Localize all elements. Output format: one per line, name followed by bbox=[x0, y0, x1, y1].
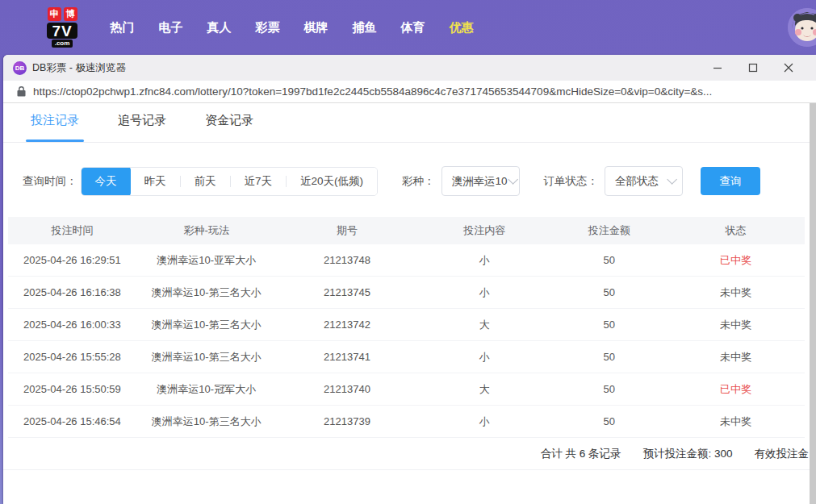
nav-item-lottery[interactable]: 彩票 bbox=[255, 20, 280, 35]
cell-game-play: 澳洲幸运10-亚军大小 bbox=[136, 253, 277, 268]
cell-game-play: 澳洲幸运10-第三名大小 bbox=[136, 350, 277, 364]
time-option-day-before[interactable]: 前天 bbox=[181, 167, 230, 196]
table-row[interactable]: 2025-04-26 15:46:54澳洲幸运10-第三名大小21213739小… bbox=[8, 406, 805, 438]
time-option-last-20[interactable]: 近20天(低频) bbox=[287, 167, 377, 196]
table-row[interactable]: 2025-04-26 16:16:38澳洲幸运10-第三名大小21213745小… bbox=[8, 277, 805, 309]
tab-fund-records[interactable]: 资金记录 bbox=[205, 113, 253, 142]
maximize-button[interactable] bbox=[735, 55, 771, 81]
cell-bet-content: 大 bbox=[417, 382, 551, 397]
site-nav-bar: 申 博 7V .com 热门电子真人彩票棋牌捕鱼体育优惠 bbox=[0, 0, 816, 55]
cell-bet-time: 2025-04-26 16:29:51 bbox=[8, 254, 136, 266]
cell-bet-content: 小 bbox=[417, 414, 551, 429]
window-title: DB彩票 - 极速浏览器 bbox=[32, 61, 126, 75]
cell-period-number: 21213748 bbox=[277, 254, 418, 266]
table-row[interactable]: 2025-04-26 16:00:33澳洲幸运10-第三名大小21213742大… bbox=[8, 309, 805, 341]
minimize-button[interactable] bbox=[700, 55, 735, 81]
total-records-text: 合计 共 6 条记录 bbox=[541, 447, 621, 461]
table-row[interactable]: 2025-04-26 15:50:59澳洲幸运10-冠军大小21213740大5… bbox=[8, 373, 805, 406]
close-button[interactable] bbox=[771, 55, 806, 81]
cell-status: 未中奖 bbox=[667, 318, 805, 332]
user-avatar[interactable] bbox=[788, 8, 816, 47]
cell-bet-amount: 50 bbox=[551, 415, 667, 427]
cell-bet-time: 2025-04-26 15:46:54 bbox=[8, 415, 136, 427]
column-header-0: 投注时间 bbox=[8, 223, 136, 238]
time-range-group: 今天昨天前天近7天近20天(低频) bbox=[81, 167, 379, 196]
chevron-down-icon bbox=[667, 174, 677, 185]
time-option-last-7[interactable]: 近7天 bbox=[231, 167, 287, 196]
nav-item-board[interactable]: 棋牌 bbox=[303, 20, 328, 35]
cell-period-number: 21213742 bbox=[277, 319, 418, 331]
cell-bet-content: 大 bbox=[417, 318, 551, 332]
cell-status: 未中奖 bbox=[667, 414, 805, 429]
cell-bet-amount: 50 bbox=[551, 319, 667, 331]
avatar-image bbox=[788, 8, 816, 47]
nav-item-sports[interactable]: 体育 bbox=[400, 20, 425, 35]
time-option-yesterday[interactable]: 昨天 bbox=[131, 167, 180, 196]
tab-bet-records[interactable]: 投注记录 bbox=[31, 113, 79, 142]
site-logo[interactable]: 申 博 7V .com bbox=[39, 7, 86, 48]
cell-bet-time: 2025-04-26 15:50:59 bbox=[8, 383, 136, 395]
order-status-select[interactable]: 全部状态 bbox=[605, 166, 683, 196]
cell-bet-amount: 50 bbox=[551, 254, 667, 266]
cell-bet-content: 小 bbox=[417, 253, 551, 268]
close-icon bbox=[784, 63, 793, 73]
nav-item-fishing[interactable]: 捕鱼 bbox=[352, 20, 377, 35]
window-titlebar[interactable]: DB DB彩票 - 极速浏览器 bbox=[3, 55, 816, 81]
logo-suffix-text: .com bbox=[52, 40, 73, 48]
logo-badges: 申 博 bbox=[48, 7, 77, 21]
summary-bar: 合计 共 6 条记录 预计投注金额: 300 有效投注金 bbox=[3, 438, 816, 470]
cell-status: 未中奖 bbox=[667, 350, 805, 364]
lottery-type-select[interactable]: 澳洲幸运10 bbox=[441, 166, 520, 196]
logo-badge-1: 申 bbox=[48, 7, 61, 21]
lock-icon bbox=[17, 86, 26, 97]
cell-bet-content: 小 bbox=[417, 285, 551, 300]
browser-window: DB DB彩票 - 极速浏览器 https://ctop02pchwp1.zfn… bbox=[3, 55, 816, 504]
cell-period-number: 21213740 bbox=[277, 383, 418, 395]
search-button[interactable]: 查询 bbox=[701, 167, 760, 195]
cell-bet-time: 2025-04-26 16:00:33 bbox=[8, 319, 136, 331]
page-content: 投注记录追号记录资金记录 查询时间： 今天昨天前天近7天近20天(低频) 彩种：… bbox=[3, 103, 816, 504]
cell-status: 已中奖 bbox=[667, 253, 805, 268]
cell-bet-amount: 50 bbox=[551, 351, 667, 363]
cell-game-play: 澳洲幸运10-第三名大小 bbox=[136, 414, 277, 429]
lottery-type-value: 澳洲幸运10 bbox=[452, 174, 508, 189]
cell-bet-amount: 50 bbox=[551, 383, 667, 395]
expected-amount-text: 预计投注金额: 300 bbox=[642, 447, 732, 461]
address-bar[interactable]: https://ctop02pchwp1.zfnc84.com/lottery/… bbox=[3, 81, 816, 103]
table-header-row: 投注时间彩种-玩法期号投注内容投注金额状态 bbox=[8, 217, 805, 244]
url-text[interactable]: https://ctop02pchwp1.zfnc84.com/lottery/… bbox=[33, 85, 712, 98]
cell-game-play: 澳洲幸运10-第三名大小 bbox=[136, 285, 277, 300]
cell-game-play: 澳洲幸运10-冠军大小 bbox=[136, 382, 277, 397]
nav-item-live[interactable]: 真人 bbox=[207, 20, 232, 35]
cell-bet-time: 2025-04-26 15:55:28 bbox=[8, 351, 136, 363]
maximize-icon bbox=[748, 63, 758, 73]
column-header-3: 投注内容 bbox=[417, 223, 551, 238]
nav-item-promo[interactable]: 优惠 bbox=[449, 20, 474, 35]
column-header-2: 期号 bbox=[277, 223, 418, 238]
nav-item-slots[interactable]: 电子 bbox=[158, 20, 183, 35]
logo-main-text: 7V bbox=[47, 23, 77, 39]
site-nav-items: 热门电子真人彩票棋牌捕鱼体育优惠 bbox=[110, 20, 474, 35]
tab-chase-records[interactable]: 追号记录 bbox=[118, 113, 166, 142]
query-time-label: 查询时间： bbox=[23, 174, 77, 189]
record-tabs: 投注记录追号记录资金记录 bbox=[3, 103, 816, 143]
cell-bet-amount: 50 bbox=[551, 286, 667, 298]
cell-period-number: 21213745 bbox=[277, 286, 418, 298]
time-option-today[interactable]: 今天 bbox=[82, 167, 131, 196]
minimize-icon bbox=[713, 63, 722, 73]
table-row[interactable]: 2025-04-26 15:55:28澳洲幸运10-第三名大小21213741小… bbox=[8, 341, 805, 373]
column-header-5: 状态 bbox=[667, 223, 805, 238]
order-status-label: 订单状态： bbox=[544, 174, 599, 189]
window-controls bbox=[700, 55, 806, 81]
vertical-scrollbar[interactable] bbox=[810, 103, 816, 504]
column-header-1: 彩种-玩法 bbox=[136, 223, 277, 238]
valid-amount-text: 有效投注金 bbox=[755, 447, 810, 461]
table-row[interactable]: 2025-04-26 16:29:51澳洲幸运10-亚军大小21213748小5… bbox=[8, 244, 805, 277]
nav-item-hot[interactable]: 热门 bbox=[110, 20, 135, 35]
filter-bar: 查询时间： 今天昨天前天近7天近20天(低频) 彩种： 澳洲幸运10 订单状态：… bbox=[23, 166, 816, 196]
cell-status: 未中奖 bbox=[667, 285, 805, 300]
cell-bet-time: 2025-04-26 16:16:38 bbox=[8, 286, 136, 298]
cell-period-number: 21213739 bbox=[277, 415, 418, 427]
order-status-value: 全部状态 bbox=[615, 174, 659, 189]
cell-status: 已中奖 bbox=[667, 382, 805, 397]
